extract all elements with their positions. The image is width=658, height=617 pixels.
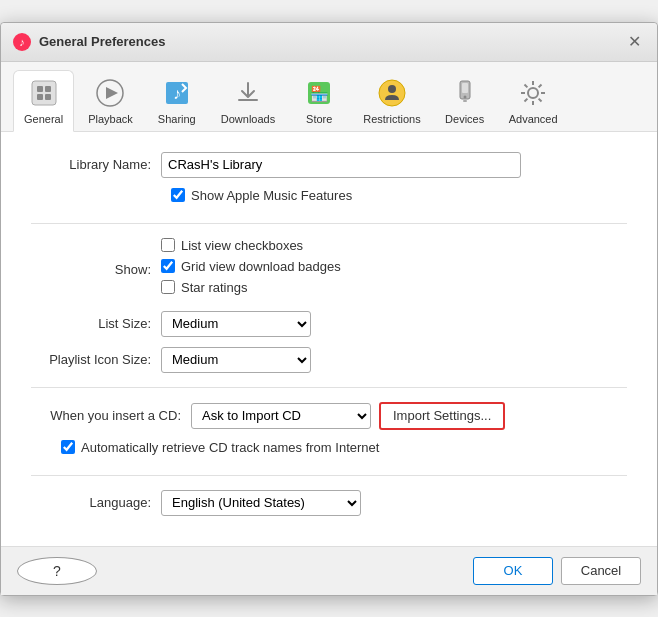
tab-sharing-label: Sharing — [158, 113, 196, 125]
language-label: Language: — [31, 495, 161, 510]
svg-text:♪: ♪ — [19, 36, 25, 48]
svg-rect-18 — [463, 100, 467, 102]
downloads-icon — [232, 77, 264, 109]
tab-advanced[interactable]: Advanced — [499, 71, 568, 131]
store-icon: 🏪 — [303, 77, 335, 109]
auto-retrieve-row: Automatically retrieve CD track names fr… — [61, 440, 627, 461]
ok-button[interactable]: OK — [473, 557, 553, 585]
footer: ? OK Cancel — [1, 546, 657, 595]
svg-text:♪: ♪ — [173, 85, 181, 102]
divider-1 — [31, 223, 627, 224]
apple-music-row: Show Apple Music Features — [171, 188, 627, 209]
list-view-checkboxes-checkbox[interactable] — [161, 238, 175, 252]
toolbar: General Playback ♪ Sharing — [1, 62, 657, 132]
window: ♪ General Preferences ✕ General — [0, 22, 658, 596]
close-button[interactable]: ✕ — [623, 31, 645, 53]
cd-insert-dropdown[interactable]: Ask to Import CD Import CD Import CD and… — [191, 403, 371, 429]
cd-insert-label: When you insert a CD: — [31, 408, 191, 423]
svg-rect-4 — [45, 86, 51, 92]
svg-line-27 — [525, 98, 528, 101]
svg-line-25 — [539, 98, 542, 101]
star-ratings-label: Star ratings — [181, 280, 247, 295]
app-icon: ♪ — [13, 33, 31, 51]
tab-general[interactable]: General — [13, 70, 74, 132]
auto-retrieve-checkbox[interactable] — [61, 440, 75, 454]
svg-rect-3 — [37, 86, 43, 92]
tab-playback-label: Playback — [88, 113, 133, 125]
svg-rect-16 — [462, 83, 468, 93]
cancel-button[interactable]: Cancel — [561, 557, 641, 585]
library-name-label: Library Name: — [31, 157, 161, 172]
import-settings-button[interactable]: Import Settings... — [379, 402, 505, 430]
svg-text:🏪: 🏪 — [310, 85, 329, 103]
title-bar: ♪ General Preferences ✕ — [1, 23, 657, 62]
tab-restrictions[interactable]: Restrictions — [353, 71, 430, 131]
playback-icon — [94, 77, 126, 109]
star-ratings-checkbox[interactable] — [161, 280, 175, 294]
advanced-icon — [517, 77, 549, 109]
apple-music-label: Show Apple Music Features — [191, 188, 352, 203]
svg-point-14 — [388, 85, 396, 93]
content-area: Library Name: Show Apple Music Features … — [1, 132, 657, 546]
show-row: Show: List view checkboxes Grid view dow… — [31, 238, 627, 301]
tab-downloads[interactable]: Downloads — [211, 71, 285, 131]
divider-3 — [31, 475, 627, 476]
tab-store[interactable]: 🏪 Store — [289, 71, 349, 131]
apple-music-checkbox-label[interactable]: Show Apple Music Features — [171, 188, 352, 203]
language-dropdown[interactable]: English (United States) French German Sp… — [161, 490, 361, 516]
tab-devices[interactable]: Devices — [435, 71, 495, 131]
svg-line-24 — [525, 84, 528, 87]
svg-point-19 — [528, 88, 538, 98]
language-row: Language: English (United States) French… — [31, 490, 627, 516]
auto-retrieve-checkbox-label[interactable]: Automatically retrieve CD track names fr… — [61, 440, 379, 455]
grid-view-badges-label: Grid view download badges — [181, 259, 341, 274]
svg-marker-8 — [106, 87, 118, 99]
list-view-checkboxes-row[interactable]: List view checkboxes — [161, 238, 627, 253]
tab-devices-label: Devices — [445, 113, 484, 125]
library-name-row: Library Name: — [31, 152, 627, 178]
list-size-dropdown[interactable]: Small Medium Large — [161, 311, 311, 337]
restrictions-icon — [376, 77, 408, 109]
divider-2 — [31, 387, 627, 388]
list-view-checkboxes-label: List view checkboxes — [181, 238, 303, 253]
grid-view-badges-checkbox[interactable] — [161, 259, 175, 273]
tab-playback[interactable]: Playback — [78, 71, 143, 131]
help-button[interactable]: ? — [17, 557, 97, 585]
sharing-icon: ♪ — [161, 77, 193, 109]
star-ratings-row[interactable]: Star ratings — [161, 280, 627, 295]
svg-line-26 — [539, 84, 542, 87]
grid-view-badges-row[interactable]: Grid view download badges — [161, 259, 627, 274]
playlist-icon-size-row: Playlist Icon Size: Small Medium Large — [31, 347, 627, 373]
svg-rect-5 — [37, 94, 43, 100]
playlist-icon-size-dropdown[interactable]: Small Medium Large — [161, 347, 311, 373]
tab-downloads-label: Downloads — [221, 113, 275, 125]
tab-advanced-label: Advanced — [509, 113, 558, 125]
svg-rect-2 — [32, 81, 56, 105]
list-size-row: List Size: Small Medium Large — [31, 311, 627, 337]
svg-point-17 — [463, 95, 466, 98]
tab-store-label: Store — [306, 113, 332, 125]
general-icon — [28, 77, 60, 109]
apple-music-checkbox[interactable] — [171, 188, 185, 202]
auto-retrieve-label: Automatically retrieve CD track names fr… — [81, 440, 379, 455]
show-label: Show: — [31, 262, 161, 277]
tab-general-label: General — [24, 113, 63, 125]
playlist-icon-size-label: Playlist Icon Size: — [31, 352, 161, 367]
footer-buttons: OK Cancel — [473, 557, 641, 585]
devices-icon — [449, 77, 481, 109]
tab-sharing[interactable]: ♪ Sharing — [147, 71, 207, 131]
cd-insert-row: When you insert a CD: Ask to Import CD I… — [31, 402, 627, 430]
library-name-input[interactable] — [161, 152, 521, 178]
window-title: General Preferences — [39, 34, 165, 49]
list-size-label: List Size: — [31, 316, 161, 331]
tab-restrictions-label: Restrictions — [363, 113, 420, 125]
svg-rect-6 — [45, 94, 51, 100]
